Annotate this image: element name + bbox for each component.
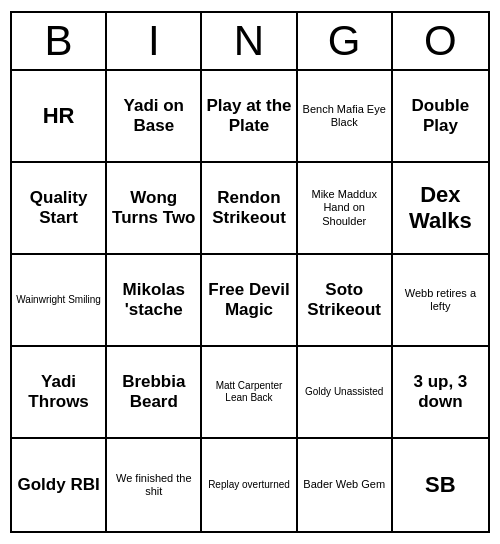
- bingo-cell-23: Bader Web Gem: [298, 439, 393, 531]
- header-letter-i: I: [107, 13, 202, 69]
- bingo-cell-2: Play at the Plate: [202, 71, 297, 163]
- bingo-cell-24: SB: [393, 439, 488, 531]
- header-letter-n: N: [202, 13, 297, 69]
- bingo-cell-5: Quality Start: [12, 163, 107, 255]
- bingo-cell-21: We finished the shit: [107, 439, 202, 531]
- bingo-cell-15: Yadi Throws: [12, 347, 107, 439]
- bingo-card: BINGO HRYadi on BasePlay at the PlateBen…: [10, 11, 490, 533]
- bingo-grid: HRYadi on BasePlay at the PlateBench Maf…: [12, 71, 488, 531]
- bingo-cell-16: Brebbia Beard: [107, 347, 202, 439]
- bingo-cell-12: Free Devil Magic: [202, 255, 297, 347]
- bingo-cell-3: Bench Mafia Eye Black: [298, 71, 393, 163]
- bingo-cell-18: Goldy Unassisted: [298, 347, 393, 439]
- bingo-cell-6: Wong Turns Two: [107, 163, 202, 255]
- bingo-cell-4: Double Play: [393, 71, 488, 163]
- header-letter-o: O: [393, 13, 488, 69]
- bingo-cell-17: Matt Carpenter Lean Back: [202, 347, 297, 439]
- bingo-cell-13: Soto Strikeout: [298, 255, 393, 347]
- bingo-header: BINGO: [12, 13, 488, 71]
- bingo-cell-19: 3 up, 3 down: [393, 347, 488, 439]
- bingo-cell-20: Goldy RBI: [12, 439, 107, 531]
- bingo-cell-22: Replay overturned: [202, 439, 297, 531]
- bingo-cell-9: Dex Walks: [393, 163, 488, 255]
- bingo-cell-0: HR: [12, 71, 107, 163]
- header-letter-b: B: [12, 13, 107, 69]
- bingo-cell-10: Wainwright Smiling: [12, 255, 107, 347]
- header-letter-g: G: [298, 13, 393, 69]
- bingo-cell-1: Yadi on Base: [107, 71, 202, 163]
- bingo-cell-7: Rendon Strikeout: [202, 163, 297, 255]
- bingo-cell-14: Webb retires a lefty: [393, 255, 488, 347]
- bingo-cell-8: Mike Maddux Hand on Shoulder: [298, 163, 393, 255]
- bingo-cell-11: Mikolas 'stache: [107, 255, 202, 347]
